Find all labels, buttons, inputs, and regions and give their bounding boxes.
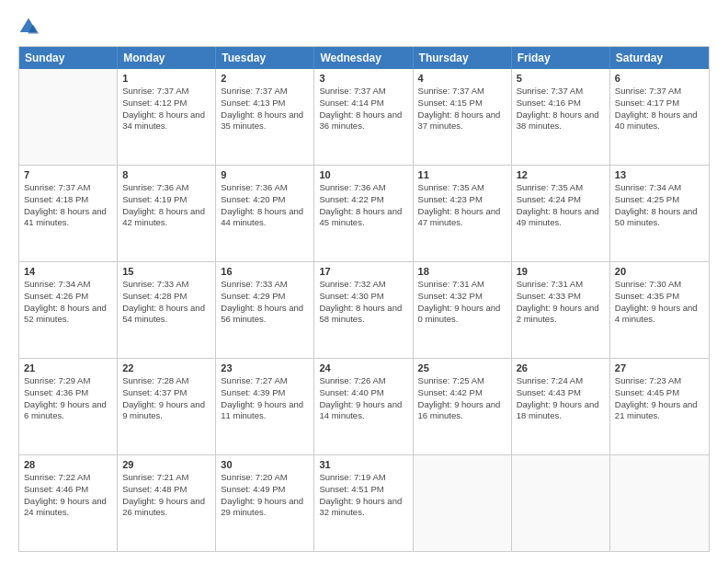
calendar-cell: 3Sunrise: 7:37 AMSunset: 4:14 PMDaylight… [314,69,413,165]
calendar-cell: 22Sunrise: 7:28 AMSunset: 4:37 PMDayligh… [118,359,216,454]
weekday-header: Monday [118,47,216,69]
day-number: 11 [418,169,506,180]
sunrise-text: Sunrise: 7:33 AM [122,279,210,291]
day-number: 19 [517,266,605,277]
calendar-header: SundayMondayTuesdayWednesdayThursdayFrid… [19,47,709,69]
daylight-text: Daylight: 9 hours and 9 minutes. [122,399,210,423]
sunset-text: Sunset: 4:19 PM [122,194,210,206]
sunrise-text: Sunrise: 7:33 AM [221,279,309,291]
sunrise-text: Sunrise: 7:28 AM [122,375,210,387]
calendar-cell: 15Sunrise: 7:33 AMSunset: 4:28 PMDayligh… [118,262,216,358]
sunset-text: Sunset: 4:51 PM [319,484,407,496]
daylight-text: Daylight: 9 hours and 21 minutes. [615,399,704,423]
weekday-header: Saturday [610,47,709,69]
daylight-text: Daylight: 8 hours and 36 minutes. [319,109,407,133]
weekday-header: Tuesday [216,47,314,69]
daylight-text: Daylight: 8 hours and 52 minutes. [24,303,112,327]
calendar-cell: 12Sunrise: 7:35 AMSunset: 4:24 PMDayligh… [512,166,610,261]
sunset-text: Sunset: 4:37 PM [122,387,210,399]
daylight-text: Daylight: 8 hours and 42 minutes. [122,206,210,230]
sunset-text: Sunset: 4:36 PM [24,387,112,399]
sunrise-text: Sunrise: 7:22 AM [24,472,112,484]
calendar-cell: 31Sunrise: 7:19 AMSunset: 4:51 PMDayligh… [314,455,413,551]
sunset-text: Sunset: 4:15 PM [418,98,506,109]
day-number: 28 [24,459,112,470]
daylight-text: Daylight: 8 hours and 38 minutes. [517,109,605,133]
daylight-text: Daylight: 8 hours and 56 minutes. [221,303,309,327]
day-number: 20 [615,266,704,277]
calendar-row: 21Sunrise: 7:29 AMSunset: 4:36 PMDayligh… [19,358,709,454]
sunrise-text: Sunrise: 7:31 AM [517,279,605,291]
sunrise-text: Sunrise: 7:36 AM [122,182,210,194]
calendar-cell: 17Sunrise: 7:32 AMSunset: 4:30 PMDayligh… [314,262,413,358]
daylight-text: Daylight: 9 hours and 18 minutes. [517,399,605,423]
sunrise-text: Sunrise: 7:26 AM [319,375,407,387]
calendar-cell [512,455,610,551]
sunset-text: Sunset: 4:29 PM [221,291,309,303]
calendar-cell [610,455,709,551]
sunrise-text: Sunrise: 7:31 AM [418,279,506,291]
sunrise-text: Sunrise: 7:37 AM [122,86,210,98]
sunset-text: Sunset: 4:30 PM [319,291,407,303]
daylight-text: Daylight: 8 hours and 49 minutes. [517,206,605,230]
day-number: 15 [122,266,210,277]
logo-icon [18,17,39,37]
calendar-body: 1Sunrise: 7:37 AMSunset: 4:12 PMDaylight… [19,69,709,551]
sunset-text: Sunset: 4:48 PM [122,484,210,496]
sunrise-text: Sunrise: 7:37 AM [517,86,605,98]
sunrise-text: Sunrise: 7:37 AM [319,86,407,98]
sunrise-text: Sunrise: 7:27 AM [221,375,309,387]
day-number: 21 [24,362,112,373]
daylight-text: Daylight: 9 hours and 0 minutes. [418,303,506,327]
sunset-text: Sunset: 4:46 PM [24,484,112,496]
day-number: 23 [221,362,309,373]
calendar-cell [19,69,118,165]
day-number: 4 [418,73,506,84]
daylight-text: Daylight: 9 hours and 29 minutes. [221,496,309,520]
calendar-cell: 19Sunrise: 7:31 AMSunset: 4:33 PMDayligh… [512,262,610,358]
page: SundayMondayTuesdayWednesdayThursdayFrid… [0,0,728,563]
logo [18,17,42,37]
sunrise-text: Sunrise: 7:37 AM [221,86,309,98]
calendar-cell: 23Sunrise: 7:27 AMSunset: 4:39 PMDayligh… [216,359,314,454]
calendar: SundayMondayTuesdayWednesdayThursdayFrid… [18,46,710,552]
calendar-row: 7Sunrise: 7:37 AMSunset: 4:18 PMDaylight… [19,165,709,261]
calendar-cell: 1Sunrise: 7:37 AMSunset: 4:12 PMDaylight… [118,69,216,165]
day-number: 29 [122,459,210,470]
sunset-text: Sunset: 4:49 PM [221,484,309,496]
calendar-cell: 4Sunrise: 7:37 AMSunset: 4:15 PMDaylight… [414,69,512,165]
sunrise-text: Sunrise: 7:19 AM [319,472,407,484]
day-number: 17 [319,266,407,277]
daylight-text: Daylight: 9 hours and 14 minutes. [319,399,407,423]
calendar-cell: 20Sunrise: 7:30 AMSunset: 4:35 PMDayligh… [610,262,709,358]
day-number: 13 [615,169,704,180]
calendar-row: 28Sunrise: 7:22 AMSunset: 4:46 PMDayligh… [19,454,709,551]
sunset-text: Sunset: 4:23 PM [418,194,506,206]
calendar-cell: 30Sunrise: 7:20 AMSunset: 4:49 PMDayligh… [216,455,314,551]
calendar-cell: 29Sunrise: 7:21 AMSunset: 4:48 PMDayligh… [118,455,216,551]
day-number: 7 [24,169,112,180]
daylight-text: Daylight: 8 hours and 47 minutes. [418,206,506,230]
daylight-text: Daylight: 8 hours and 35 minutes. [221,109,309,133]
sunrise-text: Sunrise: 7:35 AM [418,182,506,194]
weekday-header: Sunday [19,47,118,69]
sunset-text: Sunset: 4:26 PM [24,291,112,303]
weekday-header: Friday [512,47,610,69]
daylight-text: Daylight: 9 hours and 32 minutes. [319,496,407,520]
daylight-text: Daylight: 9 hours and 24 minutes. [24,496,112,520]
sunset-text: Sunset: 4:24 PM [517,194,605,206]
calendar-cell: 16Sunrise: 7:33 AMSunset: 4:29 PMDayligh… [216,262,314,358]
day-number: 22 [122,362,210,373]
sunset-text: Sunset: 4:17 PM [615,98,704,109]
sunrise-text: Sunrise: 7:37 AM [615,86,704,98]
header [18,17,710,37]
calendar-cell: 7Sunrise: 7:37 AMSunset: 4:18 PMDaylight… [19,166,118,261]
calendar-cell: 9Sunrise: 7:36 AMSunset: 4:20 PMDaylight… [216,166,314,261]
daylight-text: Daylight: 8 hours and 58 minutes. [319,303,407,327]
day-number: 26 [517,362,605,373]
calendar-cell: 27Sunrise: 7:23 AMSunset: 4:45 PMDayligh… [610,359,709,454]
day-number: 25 [418,362,506,373]
sunrise-text: Sunrise: 7:37 AM [24,182,112,194]
sunset-text: Sunset: 4:28 PM [122,291,210,303]
daylight-text: Daylight: 9 hours and 6 minutes. [24,399,112,423]
